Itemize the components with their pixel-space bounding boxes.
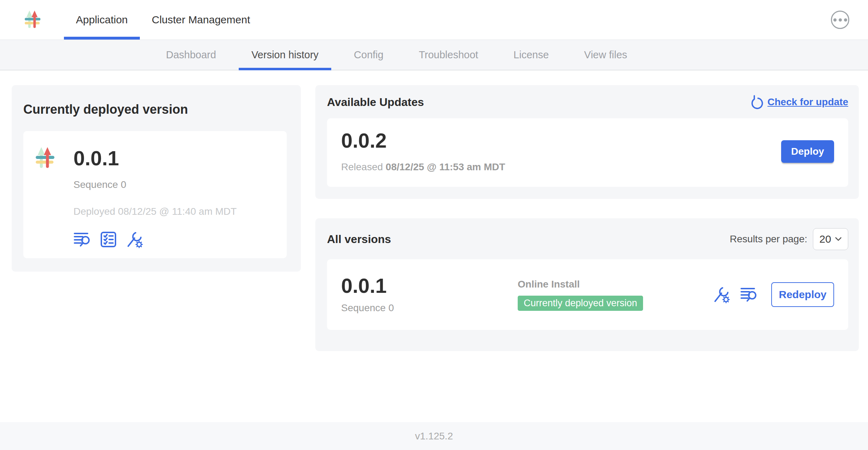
topnav-spacer bbox=[262, 0, 831, 40]
currently-deployed-title: Currently deployed version bbox=[23, 102, 287, 117]
release-notes-search-icon[interactable] bbox=[73, 231, 91, 248]
version-row-status: Online Install Currently deployed versio… bbox=[518, 279, 713, 311]
console-version: v1.125.2 bbox=[415, 431, 453, 442]
status-badge: Currently deployed version bbox=[518, 296, 643, 311]
install-type-label: Online Install bbox=[518, 279, 713, 290]
top-tab-cluster-management-label: Cluster Management bbox=[152, 14, 250, 26]
deployed-timestamp: Deployed 08/12/25 @ 11:40 am MDT bbox=[73, 206, 237, 217]
version-row-actions: Redeploy bbox=[713, 282, 834, 307]
update-version-number: 0.0.2 bbox=[341, 130, 505, 151]
results-per-page-label: Results per page: bbox=[730, 233, 807, 245]
deployed-version-info: 0.0.1 Sequence 0 Deployed 08/12/25 @ 11:… bbox=[73, 141, 237, 248]
version-row: 0.0.1 Sequence 0 Online Install Currentl… bbox=[327, 259, 848, 330]
ellipsis-circle-icon[interactable] bbox=[831, 11, 849, 29]
footer: v1.125.2 bbox=[0, 422, 868, 450]
version-row-info: 0.0.1 Sequence 0 bbox=[341, 276, 518, 314]
results-per-page-select[interactable]: 20 bbox=[813, 228, 848, 250]
available-update-row: 0.0.2 Released 08/12/25 @ 11:53 am MDT D… bbox=[327, 118, 848, 187]
tab-config[interactable]: Config bbox=[341, 40, 396, 70]
tab-license-label: License bbox=[513, 49, 549, 61]
tab-troubleshoot[interactable]: Troubleshoot bbox=[406, 40, 491, 70]
currently-deployed-inner-card: 0.0.1 Sequence 0 Deployed 08/12/25 @ 11:… bbox=[23, 131, 287, 258]
app-logo bbox=[0, 0, 48, 40]
update-released-timestamp: Released 08/12/25 @ 11:53 am MDT bbox=[341, 161, 505, 173]
check-for-update-label: Check for update bbox=[767, 96, 848, 108]
top-tab-application-label: Application bbox=[76, 14, 128, 26]
available-updates-card: Available Updates Check for update 0.0.2… bbox=[315, 85, 859, 199]
update-info: 0.0.2 Released 08/12/25 @ 11:53 am MDT bbox=[341, 130, 505, 173]
tab-dashboard[interactable]: Dashboard bbox=[153, 40, 229, 70]
tab-version-history[interactable]: Version history bbox=[239, 40, 331, 70]
app-subnav: Dashboard Version history Config Trouble… bbox=[0, 40, 868, 70]
deploy-button[interactable]: Deploy bbox=[781, 140, 834, 163]
top-tab-cluster-management[interactable]: Cluster Management bbox=[140, 0, 262, 40]
deployed-sequence: Sequence 0 bbox=[73, 179, 237, 190]
tab-version-history-label: Version history bbox=[251, 49, 319, 61]
main-content: Currently deployed version 0.0.1 Sequenc… bbox=[0, 70, 868, 422]
all-versions-title: All versions bbox=[327, 233, 391, 246]
top-navbar: Application Cluster Management bbox=[0, 0, 868, 40]
all-versions-card: All versions Results per page: 20 0.0.1 … bbox=[315, 218, 859, 351]
results-per-page-value: 20 bbox=[819, 233, 831, 245]
tab-config-label: Config bbox=[354, 49, 384, 61]
deployed-actions bbox=[73, 231, 237, 248]
released-label: Released bbox=[341, 161, 383, 172]
right-column: Available Updates Check for update 0.0.2… bbox=[315, 85, 859, 351]
available-updates-title: Available Updates bbox=[327, 96, 424, 109]
tab-license[interactable]: License bbox=[501, 40, 561, 70]
redeploy-button[interactable]: Redeploy bbox=[771, 282, 834, 307]
release-notes-search-icon[interactable] bbox=[740, 286, 758, 303]
refresh-icon bbox=[749, 95, 763, 109]
app-logo-icon bbox=[34, 141, 61, 248]
preflight-checklist-icon[interactable] bbox=[100, 231, 117, 248]
row-sequence: Sequence 0 bbox=[341, 302, 518, 314]
config-wrench-gear-icon[interactable] bbox=[126, 231, 143, 248]
app-logo-icon bbox=[20, 6, 48, 34]
results-per-page: Results per page: 20 bbox=[730, 228, 848, 250]
deployed-version-number: 0.0.1 bbox=[73, 148, 237, 168]
top-nav-tabs: Application Cluster Management bbox=[64, 0, 262, 40]
tab-view-files[interactable]: View files bbox=[571, 40, 640, 70]
top-tab-application[interactable]: Application bbox=[64, 0, 140, 40]
row-version-number: 0.0.1 bbox=[341, 276, 518, 296]
tab-troubleshoot-label: Troubleshoot bbox=[419, 49, 478, 61]
config-wrench-gear-icon[interactable] bbox=[713, 286, 730, 303]
check-for-update-link[interactable]: Check for update bbox=[749, 95, 848, 109]
chevron-down-icon bbox=[835, 237, 842, 241]
released-date: 08/12/25 @ 11:53 am MDT bbox=[386, 161, 505, 172]
currently-deployed-card: Currently deployed version 0.0.1 Sequenc… bbox=[12, 85, 301, 272]
tab-dashboard-label: Dashboard bbox=[166, 49, 216, 61]
tab-view-files-label: View files bbox=[584, 49, 627, 61]
